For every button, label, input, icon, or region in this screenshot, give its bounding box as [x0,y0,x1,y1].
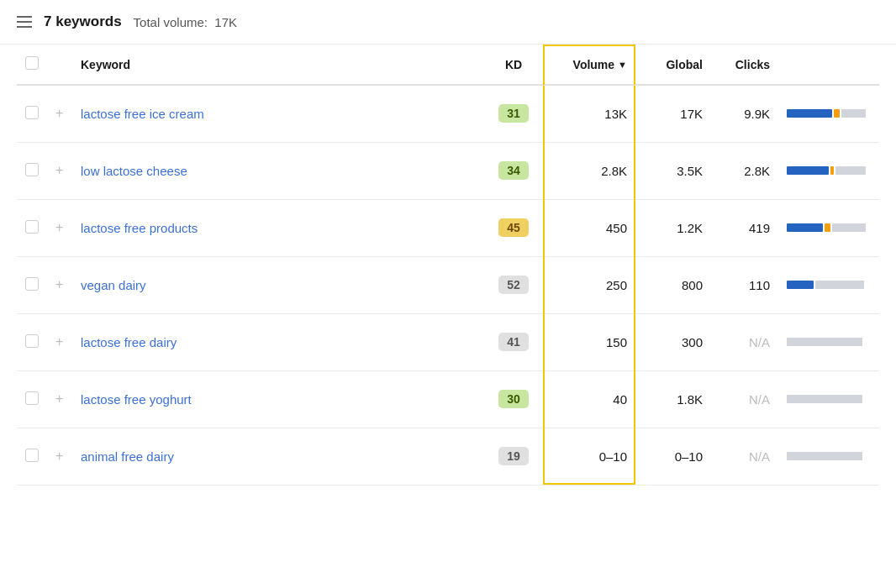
row-check-cell [17,313,47,370]
row-volume-cell: 150 [543,313,635,370]
hamburger-menu-icon[interactable] [17,16,32,28]
row-bar-cell [778,199,879,256]
clicks-bar [787,451,871,461]
row-bar-cell [778,313,879,370]
bar-paid [830,166,835,175]
table-row: +lactose free ice cream3113K17K9.9K [17,85,879,142]
table-body: +lactose free ice cream3113K17K9.9K+low … [17,85,879,485]
row-bar-cell [778,142,879,199]
add-keyword-button[interactable]: + [55,220,63,234]
row-checkbox[interactable] [25,391,39,405]
bar-organic [787,109,832,118]
total-volume-value: 17K [214,15,237,29]
volume-value: 0–10 [599,449,627,464]
keyword-link[interactable]: lactose free ice cream [81,107,204,121]
volume-sort-icon: ▼ [618,60,627,70]
row-add-cell: + [47,142,72,199]
row-add-cell: + [47,85,72,142]
row-keyword-cell: lactose free yoghurt [72,370,484,428]
header-volume[interactable]: Volume ▼ [543,45,635,85]
kd-badge: 45 [498,218,529,237]
keyword-link[interactable]: low lactose cheese [81,164,187,178]
row-check-cell [17,370,47,428]
volume-value: 40 [613,392,627,407]
keyword-link[interactable]: lactose free yoghurt [81,392,192,407]
clicks-bar [787,165,871,176]
header-check [17,45,47,85]
na-value: N/A [749,449,770,464]
row-volume-cell: 0–10 [543,428,635,485]
row-clicks-cell: N/A [711,428,778,485]
row-clicks-cell: 419 [711,199,778,256]
clicks-bar [787,108,871,118]
row-bar-cell [778,370,879,428]
row-add-cell: + [47,199,72,256]
table-row: +lactose free products454501.2K419 [17,199,879,256]
row-global-cell: 1.8K [635,370,711,428]
row-volume-cell: 250 [543,256,635,313]
row-global-cell: 17K [635,85,711,142]
row-check-cell [17,85,47,142]
row-keyword-cell: vegan dairy [72,256,484,313]
header-global[interactable]: Global [635,45,711,85]
table-row: +animal free dairy190–100–10N/A [17,428,879,485]
row-checkbox[interactable] [25,163,39,176]
keywords-table: Keyword KD Volume ▼ Global Clicks [17,45,879,486]
row-bar-cell [778,256,879,313]
row-clicks-cell: 2.8K [711,142,778,199]
row-kd-cell: 52 [484,256,543,313]
keyword-link[interactable]: animal free dairy [81,449,174,464]
bar-noclicks [787,338,862,346]
row-global-cell: 800 [635,256,711,313]
row-checkbox[interactable] [25,106,39,119]
bar-noclicks [832,223,866,232]
keyword-link[interactable]: lactose free dairy [81,335,177,349]
kd-badge: 34 [498,161,529,180]
bar-noclicks [815,281,865,289]
row-global-cell: 0–10 [635,428,711,485]
row-keyword-cell: animal free dairy [72,428,484,485]
bar-paid [825,223,830,232]
select-all-checkbox[interactable] [25,56,39,70]
keyword-link[interactable]: vegan dairy [81,278,146,292]
row-bar-cell [778,85,879,142]
row-keyword-cell: lactose free ice cream [72,85,484,142]
header-kd[interactable]: KD [484,45,543,85]
row-checkbox[interactable] [25,220,39,234]
na-value: N/A [749,335,770,349]
clicks-bar [787,394,871,404]
add-keyword-button[interactable]: + [55,449,63,463]
add-keyword-button[interactable]: + [55,277,63,291]
row-global-cell: 3.5K [635,142,711,199]
row-global-cell: 1.2K [635,199,711,256]
bar-paid [834,109,840,118]
keyword-link[interactable]: lactose free products [81,221,198,235]
bar-organic [787,281,814,289]
row-checkbox[interactable] [25,334,39,348]
row-kd-cell: 19 [484,428,543,485]
volume-value: 150 [606,335,627,349]
row-clicks-cell: N/A [711,313,778,370]
bar-noclicks [841,109,866,118]
row-add-cell: + [47,256,72,313]
row-check-cell [17,428,47,485]
row-volume-cell: 40 [543,370,635,428]
volume-value: 450 [606,221,627,235]
header-clicks[interactable]: Clicks [711,45,778,85]
keywords-table-wrap: Keyword KD Volume ▼ Global Clicks [0,45,896,486]
add-keyword-button[interactable]: + [55,334,63,349]
row-check-cell [17,256,47,313]
row-add-cell: + [47,428,72,485]
keywords-count-label: 7 keywords [44,13,122,30]
row-checkbox[interactable] [25,277,39,291]
row-add-cell: + [47,370,72,428]
add-keyword-button[interactable]: + [55,106,63,120]
bar-noclicks [787,452,862,460]
row-checkbox[interactable] [25,449,39,462]
volume-value: 2.8K [601,164,627,178]
add-keyword-button[interactable]: + [55,163,63,177]
volume-value: 250 [606,278,627,292]
row-add-cell: + [47,313,72,370]
add-keyword-button[interactable]: + [55,391,63,406]
row-keyword-cell: lactose free products [72,199,484,256]
